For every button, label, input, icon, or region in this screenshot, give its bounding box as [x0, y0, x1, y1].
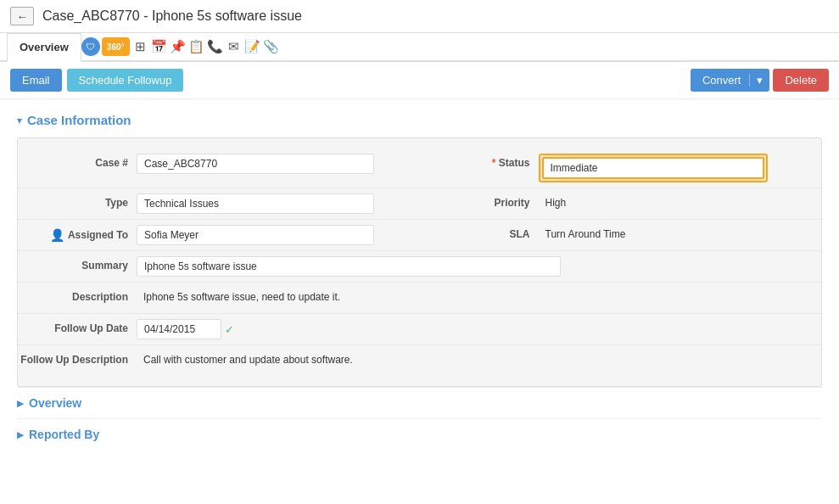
phone-icon: 📞	[207, 39, 223, 54]
tab-grid[interactable]: ⊞	[131, 37, 150, 56]
followup-date-value: 04/14/2015	[137, 319, 221, 339]
email-button[interactable]: Email	[10, 69, 62, 92]
tab-email[interactable]: ✉	[225, 37, 243, 56]
sla-value: Turn Around Time	[539, 225, 822, 245]
overview-section[interactable]: ▶ Overview	[17, 387, 822, 418]
case-number-col: Case # Case_ABC8770	[18, 154, 420, 174]
type-value: Technical Issues	[137, 193, 374, 214]
followup-date-col: Follow Up Date 04/14/2015 ✓	[18, 319, 821, 339]
type-label: Type	[18, 193, 137, 209]
case-number-label: Case #	[18, 154, 137, 169]
overview-section-arrow: ▶	[17, 398, 24, 409]
priority-label: Priority	[420, 193, 539, 209]
convert-arrow-icon: ▾	[749, 74, 769, 87]
sla-label: SLA	[420, 225, 539, 240]
status-col: * Status Immediate High Medium Low	[420, 154, 822, 182]
tab-attach[interactable]: 📎	[262, 37, 281, 56]
sla-col: SLA Turn Around Time	[420, 225, 822, 245]
overview-section-label: Overview	[29, 396, 81, 410]
tab-calendar[interactable]: 📅	[150, 37, 169, 56]
convert-label: Convert	[691, 74, 750, 87]
form-row-description: Description Iphone 5s software issue, ne…	[18, 282, 821, 313]
tab-doc[interactable]: 📋	[187, 37, 206, 56]
tab-note[interactable]: 📝	[243, 37, 262, 56]
back-button[interactable]: ←	[10, 7, 34, 25]
case-number-value: Case_ABC8770	[137, 154, 374, 174]
description-label: Description	[18, 288, 137, 303]
reported-by-section[interactable]: ▶ Reported By	[17, 418, 822, 450]
calendar-icon: 📅	[151, 39, 167, 54]
360-icon: 360°	[107, 42, 125, 52]
followup-desc-col: Follow Up Description Call with customer…	[18, 350, 821, 371]
doc-icon: 📋	[188, 39, 204, 54]
type-col: Type Technical Issues	[18, 193, 420, 214]
title-bar: ← Case_ABC8770 - Iphone 5s software issu…	[0, 0, 839, 33]
status-outer: Immediate High Medium Low	[539, 154, 768, 182]
reported-by-label: Reported By	[29, 428, 99, 441]
pin-icon: 📌	[170, 39, 186, 54]
form-row-followup-date: Follow Up Date 04/14/2015 ✓	[18, 313, 821, 344]
status-label: * Status	[420, 154, 539, 169]
email-icon: ✉	[228, 39, 239, 54]
content-area: ▾ Case Information Case # Case_ABC8770 *…	[0, 99, 839, 463]
assigned-to-value: Sofia Meyer	[137, 225, 374, 245]
priority-col: Priority High	[420, 193, 822, 214]
case-info-panel: Case # Case_ABC8770 * Status Immediate H…	[17, 137, 822, 387]
tab-pin[interactable]: 📌	[169, 37, 187, 56]
tab-overview-label: Overview	[20, 41, 69, 53]
status-select-wrapper: Immediate High Medium Low	[539, 154, 768, 182]
form-row-assigned-sla: 👤 Assigned To Sofia Meyer SLA Turn Aroun…	[18, 219, 821, 250]
reported-by-arrow: ▶	[17, 429, 24, 440]
description-col: Description Iphone 5s software issue, ne…	[18, 288, 821, 308]
priority-value: High	[539, 193, 822, 214]
summary-label: Summary	[18, 256, 137, 272]
summary-col: Summary Iphone 5s software issue	[18, 256, 821, 277]
description-value: Iphone 5s software issue, need to update…	[137, 288, 821, 308]
form-row-type-priority: Type Technical Issues Priority High	[18, 188, 821, 219]
summary-value: Iphone 5s software issue	[137, 256, 561, 277]
tab-360[interactable]: 360°	[102, 37, 130, 56]
tab-phone[interactable]: 📞	[206, 37, 225, 56]
convert-button[interactable]: Convert ▾	[691, 69, 770, 92]
action-bar: Email Schedule Followup Convert ▾ Delete	[0, 62, 839, 99]
tab-bar: Overview 🛡 360° ⊞ 📅 📌 📋 📞 ✉ 📝 📎	[0, 33, 839, 62]
tab-shield[interactable]: 🛡	[81, 37, 100, 56]
followup-desc-label: Follow Up Description	[18, 350, 137, 366]
page-title: Case_ABC8770 - Iphone 5s software issue	[42, 8, 302, 24]
schedule-followup-button[interactable]: Schedule Followup	[67, 69, 184, 92]
status-required-marker: *	[492, 157, 499, 169]
assigned-user-icon: 👤	[50, 228, 64, 242]
grid-icon: ⊞	[135, 39, 146, 54]
case-info-section-header: ▾ Case Information	[17, 113, 822, 127]
attach-icon: 📎	[263, 39, 279, 54]
form-row-followup-desc: Follow Up Description Call with customer…	[18, 344, 821, 376]
date-check-icon[interactable]: ✓	[225, 323, 234, 336]
status-select[interactable]: Immediate High Medium Low	[542, 157, 764, 179]
form-row-case-status: Case # Case_ABC8770 * Status Immediate H…	[18, 148, 821, 188]
note-icon: 📝	[244, 39, 260, 54]
followup-date-wrapper: 04/14/2015 ✓	[137, 319, 234, 339]
assigned-to-label: 👤 Assigned To	[18, 225, 137, 242]
tab-overview[interactable]: Overview	[7, 33, 81, 62]
shield-icon: 🛡	[86, 42, 95, 52]
delete-button[interactable]: Delete	[773, 69, 829, 92]
followup-desc-value: Call with customer and update about soft…	[137, 350, 821, 371]
followup-date-label: Follow Up Date	[18, 319, 137, 334]
case-info-toggle[interactable]: ▾	[17, 115, 22, 126]
case-info-title: Case Information	[27, 113, 131, 127]
back-icon: ←	[17, 10, 28, 23]
form-row-summary: Summary Iphone 5s software issue	[18, 250, 821, 282]
assigned-col: 👤 Assigned To Sofia Meyer	[18, 225, 420, 245]
